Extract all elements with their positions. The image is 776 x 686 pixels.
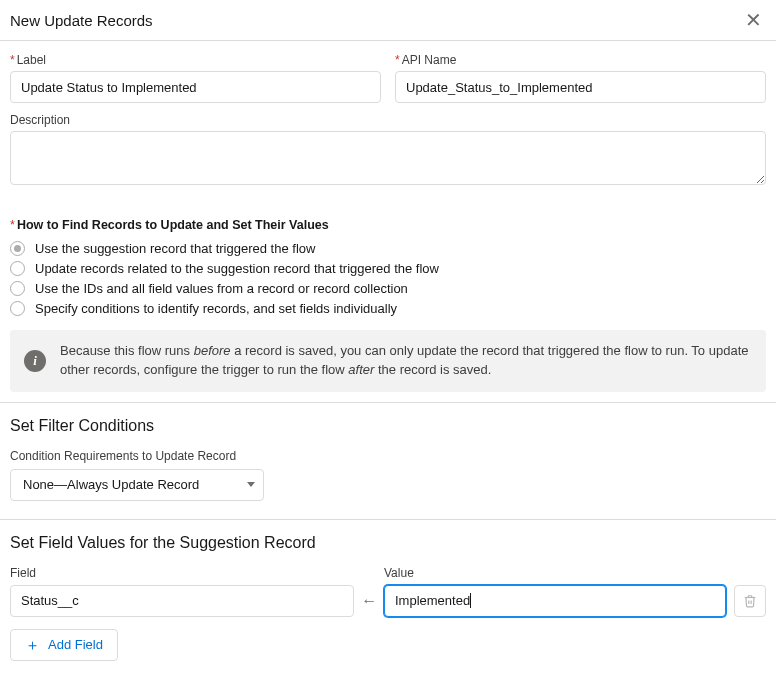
chevron-down-icon [247, 482, 255, 487]
radio-label: Use the suggestion record that triggered… [35, 241, 315, 256]
value-input[interactable]: Implemented [384, 585, 726, 617]
arrow-left-icon: ← [354, 585, 384, 617]
radio-option-conditions[interactable]: Specify conditions to identify records, … [10, 301, 766, 316]
field-input[interactable] [10, 585, 354, 617]
info-text: Because this flow runs before a record i… [60, 342, 752, 380]
plus-icon: ＋ [25, 637, 40, 652]
label-input[interactable] [10, 71, 381, 103]
radio-label: Use the IDs and all field values from a … [35, 281, 408, 296]
info-box: i Because this flow runs before a record… [10, 330, 766, 392]
info-icon: i [24, 350, 46, 372]
radio-icon [10, 261, 25, 276]
condition-requirements-label: Condition Requirements to Update Record [10, 449, 766, 463]
apiname-field-label: *API Name [395, 53, 766, 67]
apiname-input[interactable] [395, 71, 766, 103]
radio-label: Specify conditions to identify records, … [35, 301, 397, 316]
find-records-heading: *How to Find Records to Update and Set T… [10, 218, 766, 232]
close-icon[interactable]: ✕ [743, 10, 764, 30]
delete-row-button[interactable] [734, 585, 766, 617]
radio-icon [10, 241, 25, 256]
radio-label: Update records related to the suggestion… [35, 261, 439, 276]
radio-option-related[interactable]: Update records related to the suggestion… [10, 261, 766, 276]
filter-conditions-title: Set Filter Conditions [10, 417, 766, 435]
set-field-values-title: Set Field Values for the Suggestion Reco… [10, 534, 766, 552]
add-field-button[interactable]: ＋ Add Field [10, 629, 118, 661]
select-value: None—Always Update Record [23, 477, 199, 492]
trash-icon [743, 594, 757, 608]
description-label: Description [10, 113, 766, 127]
modal-title: New Update Records [10, 12, 153, 29]
radio-icon [10, 281, 25, 296]
label-field-label: *Label [10, 53, 381, 67]
value-column-label: Value [384, 566, 726, 580]
condition-requirements-select[interactable]: None—Always Update Record [10, 469, 264, 501]
radio-icon [10, 301, 25, 316]
radio-option-ids[interactable]: Use the IDs and all field values from a … [10, 281, 766, 296]
field-column-label: Field [10, 566, 354, 580]
description-input[interactable] [10, 131, 766, 185]
radio-option-use-suggestion[interactable]: Use the suggestion record that triggered… [10, 241, 766, 256]
